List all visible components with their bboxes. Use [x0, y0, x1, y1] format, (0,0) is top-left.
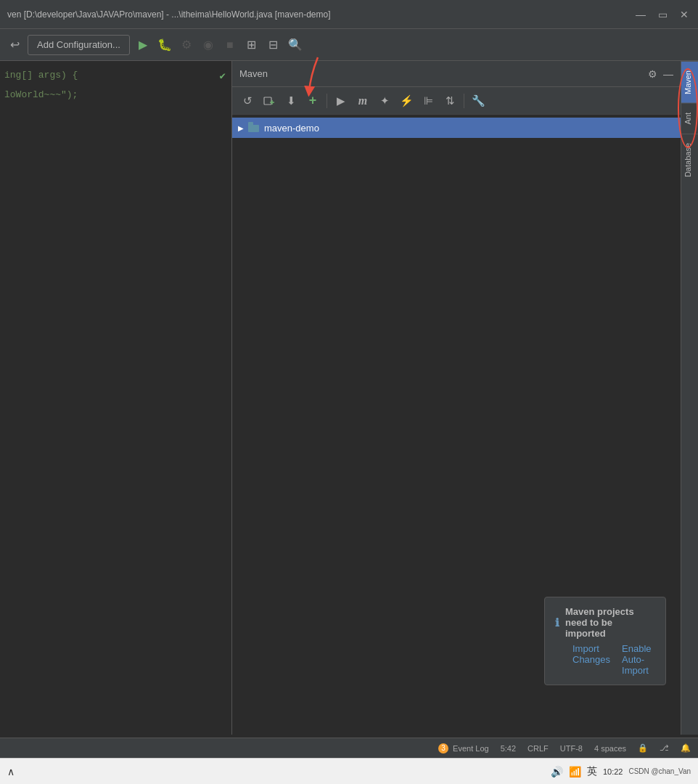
code-line-2: loWorld~~~"); [4, 88, 227, 103]
toolbar-separator-1 [327, 94, 327, 108]
import-changes-link[interactable]: Import Changes [572, 643, 610, 676]
notification-links: Import Changes Enable Auto-Import [555, 643, 655, 676]
maven-minimize-icon[interactable]: — [663, 68, 673, 80]
taskbar-left-icons: ∧ [7, 766, 551, 777]
git-icon: ⎇ [660, 743, 669, 753]
event-log-badge: 3 [438, 743, 448, 754]
taskbar-user: CSDN @chan_Van [628, 767, 691, 775]
close-btn[interactable]: ✕ [678, 8, 691, 21]
sidebar-tab-database[interactable]: Database [681, 134, 698, 186]
taskbar-chevron[interactable]: ∧ [7, 766, 15, 777]
maven-notification: ℹ Maven projects need to be imported Imp… [544, 597, 666, 685]
lightning-button[interactable]: ⚡ [397, 91, 416, 110]
back-icon[interactable]: ↩ [6, 36, 23, 54]
sidebar-tab-ant[interactable]: Ant [681, 103, 698, 134]
notification-title: ℹ Maven projects need to be imported [555, 606, 655, 639]
line-col: 5:42 [501, 744, 516, 753]
maven-toolbar: ↺ ⬇ + ▶ m ✦ ⚡ ⊫ ⇅ 🔧 [232, 87, 681, 115]
add-maven-project-button[interactable] [260, 91, 279, 110]
window-title: ven [D:\developer\Java\JAVAPro\maven] - … [7, 9, 634, 20]
parallel-button[interactable]: ⊫ [419, 91, 438, 110]
add-button[interactable]: + [303, 91, 322, 110]
svg-rect-0 [264, 97, 271, 105]
maximize-btn[interactable]: ▭ [656, 8, 669, 21]
add-configuration-button[interactable]: Add Configuration... [28, 35, 130, 55]
coverage-button[interactable]: ◉ [200, 36, 217, 54]
taskbar-right: 🔊 📶 英 10:22 CSDN @chan_Van [551, 765, 691, 778]
code-line-1: ing[] args) { [4, 68, 227, 83]
run-maven-button[interactable]: ▶ [332, 91, 350, 110]
wrench-button[interactable]: 🔧 [469, 91, 488, 110]
maven-header: Maven ⚙ — [232, 61, 681, 87]
debug-button[interactable]: 🐛 [156, 36, 173, 54]
m-icon[interactable]: m [353, 91, 372, 110]
maven-project-icon [248, 122, 260, 134]
status-bar: 3 Event Log 5:42 CRLF UTF-8 4 spaces 🔒 ⎇… [0, 738, 698, 758]
maven-project-item[interactable]: ▶ maven-demo [232, 118, 681, 138]
windows-taskbar: ∧ 🔊 📶 英 10:22 CSDN @chan_Van [0, 758, 698, 784]
tree-arrow-icon: ▶ [238, 124, 244, 132]
sidebar-tab-maven[interactable]: Maven [681, 61, 698, 103]
taskbar-wifi-icon[interactable]: 📶 [569, 766, 581, 777]
maven-panel: Maven ⚙ — ↺ ⬇ + ▶ m ✦ ⚡ ⊫ ⇅ [232, 61, 681, 735]
main-toolbar: ↩ Add Configuration... ▶ 🐛 ⚙ ◉ ■ ⊞ ⊟ 🔍 [0, 29, 698, 61]
svg-rect-4 [248, 125, 259, 132]
right-sidebar: Maven Ant Database [681, 61, 698, 735]
title-controls: — ▭ ✕ [634, 8, 691, 21]
run-button[interactable]: ▶ [134, 36, 152, 54]
encoding: UTF-8 [560, 744, 583, 753]
maven-panel-title: Maven [239, 68, 648, 79]
maven-header-icons: ⚙ — [648, 68, 673, 80]
toolbar-separator-2 [464, 94, 464, 108]
taskbar-volume-icon[interactable]: 🔊 [551, 766, 563, 777]
code-check-icon: ✔ [220, 68, 226, 84]
main-area: ✔ ing[] args) { loWorld~~~"); Maven ⚙ — … [0, 61, 698, 735]
svg-rect-5 [248, 122, 253, 126]
download-sources-button[interactable]: ⬇ [282, 91, 300, 110]
stop-button[interactable]: ■ [221, 36, 239, 54]
lock-icon: 🔒 [638, 743, 648, 753]
line-separator: CRLF [527, 744, 549, 753]
taskbar-time: 10:22 [603, 767, 623, 776]
build-icon[interactable]: ⊞ [243, 36, 260, 54]
minimize-btn[interactable]: — [634, 8, 647, 21]
alert-icon: 🔔 [681, 743, 691, 753]
indent: 4 spaces [594, 744, 626, 753]
skip-tests-button[interactable]: ✦ [375, 91, 394, 110]
profile-button[interactable]: ⚙ [178, 36, 195, 54]
title-bar: ven [D:\developer\Java\JAVAPro\maven] - … [0, 0, 698, 29]
search-icon[interactable]: 🔍 [287, 36, 304, 54]
reload-maven-button[interactable]: ↺ [238, 91, 257, 110]
maven-project-name: maven-demo [264, 123, 319, 134]
layout-icon[interactable]: ⊟ [265, 36, 282, 54]
enable-auto-import-link[interactable]: Enable Auto-Import [622, 643, 655, 676]
info-icon: ℹ [555, 616, 559, 629]
maven-settings-icon[interactable]: ⚙ [648, 68, 657, 80]
event-log[interactable]: 3 Event Log [438, 743, 489, 754]
taskbar-lang[interactable]: 英 [587, 765, 597, 778]
toggle-button[interactable]: ⇅ [440, 91, 459, 110]
code-panel: ✔ ing[] args) { loWorld~~~"); [0, 61, 232, 735]
